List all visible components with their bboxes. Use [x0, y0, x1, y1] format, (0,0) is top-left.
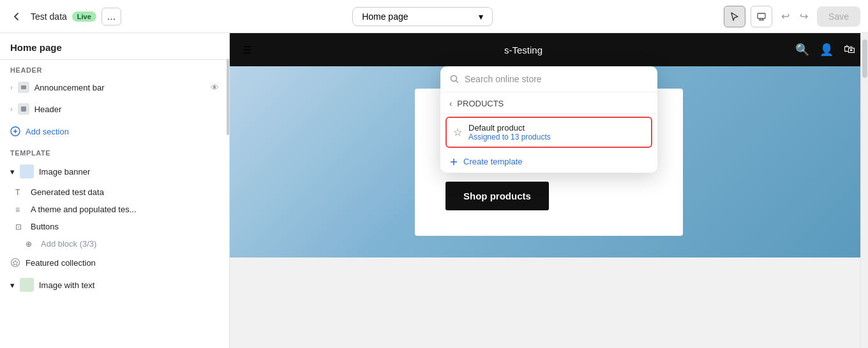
more-options-button[interactable]: ... — [101, 8, 121, 25]
dropdown-item-default-product[interactable]: ☆ Default product Assigned to 13 product… — [445, 117, 652, 148]
image-with-text-label: Image with text — [39, 280, 94, 290]
assigned-prefix: Assigned to — [468, 133, 511, 141]
top-bar: Test data Live ... Home page ▾ ↩ ↪ Save — [0, 0, 868, 33]
star-icon: ☆ — [453, 126, 462, 138]
sidebar-item-buttons[interactable]: ⊡ Buttons — [0, 218, 229, 235]
live-badge: Live — [72, 11, 96, 22]
sidebar: Home page HEADER › Announcement bar 👁 › … — [0, 33, 230, 348]
generated-test-data-label: Generated test data — [31, 187, 104, 197]
shop-products-button[interactable]: Shop products — [445, 182, 549, 210]
canvas-scrollbar-thumb[interactable] — [862, 40, 867, 78]
sidebar-item-theme-text[interactable]: ≡ A theme and populated tes... — [0, 201, 229, 218]
sidebar-title: Home page — [0, 33, 229, 60]
redo-button[interactable]: ↪ — [796, 8, 812, 25]
sidebar-item-announcement-bar[interactable]: › Announcement bar 👁 — [0, 76, 229, 98]
announcement-bar-label: Announcement bar — [34, 83, 105, 92]
page-dropdown-overlay: ‹ PRODUCTS ☆ Default product Assigned to… — [440, 66, 657, 173]
chevron-down-icon: ▾ — [10, 167, 15, 177]
store-navigation: ☰ s-Testing 🔍 👤 🛍 — [230, 33, 868, 66]
hamburger-icon: ☰ — [243, 44, 251, 56]
sidebar-item-generated-test-data[interactable]: T Generated test data — [0, 184, 229, 201]
search-nav-icon[interactable]: 🔍 — [795, 43, 809, 57]
undo-button[interactable]: ↩ — [777, 8, 793, 25]
sidebar-item-image-banner[interactable]: ▾ Image banner — [0, 159, 229, 184]
desktop-preview-button[interactable] — [751, 6, 772, 27]
back-button[interactable] — [8, 8, 26, 25]
announcement-bar-icon — [18, 82, 29, 93]
header-icon — [18, 103, 29, 115]
search-online-store-input[interactable] — [465, 74, 648, 84]
page-selector-label: Home page — [362, 11, 408, 22]
sidebar-item-add-block[interactable]: ⊕ Add block (3/3) — [0, 235, 229, 252]
default-product-sub: Assigned to 13 products — [468, 133, 551, 141]
chevron-down-icon: ▾ — [10, 280, 15, 290]
nav-icons: 🔍 👤 🛍 — [795, 43, 855, 57]
add-block-icon: ⊕ — [26, 240, 36, 249]
create-template-label: Create template — [463, 157, 523, 166]
default-product-info: Default product Assigned to 13 products — [468, 123, 551, 141]
user-nav-icon[interactable]: 👤 — [819, 43, 834, 57]
add-block-label: Add block (3/3) — [41, 239, 96, 249]
assigned-count: 13 — [511, 133, 519, 141]
canvas-area: ☰ s-Testing 🔍 👤 🛍 Generated test data A … — [230, 33, 868, 348]
store-brand-name: s-Testing — [504, 45, 542, 55]
top-bar-left: Test data Live ... — [8, 8, 121, 25]
assigned-suffix: products — [519, 133, 550, 141]
eye-icon[interactable]: 👁 — [211, 83, 219, 92]
default-product-name: Default product — [468, 123, 551, 133]
image-banner-thumbnail — [20, 164, 34, 178]
featured-collection-icon — [10, 257, 20, 268]
svg-rect-5 — [21, 106, 26, 112]
canvas-scrollbar — [860, 33, 868, 348]
chevron-right-icon: › — [10, 105, 13, 113]
plus-icon — [449, 157, 458, 166]
back-to-pages-icon[interactable]: ‹ — [449, 99, 452, 108]
svg-rect-0 — [758, 13, 765, 18]
save-button[interactable]: Save — [817, 6, 860, 27]
cart-nav-icon[interactable]: 🛍 — [844, 43, 855, 57]
header-section-label: HEADER — [0, 60, 229, 76]
chevron-down-icon: ▾ — [479, 11, 483, 22]
top-bar-center: Home page ▾ — [129, 7, 716, 26]
button-icon: ⊡ — [15, 222, 26, 231]
sidebar-item-image-with-text[interactable]: ▾ Image with text — [0, 273, 229, 297]
dropdown-products-header: ‹ PRODUCTS — [440, 92, 657, 114]
sidebar-item-header[interactable]: › Header — [0, 98, 229, 120]
products-section-label: PRODUCTS — [457, 99, 504, 108]
svg-line-11 — [456, 81, 458, 83]
paragraph-icon: ≡ — [15, 205, 26, 214]
text-icon: T — [15, 188, 26, 197]
create-template-button[interactable]: Create template — [440, 150, 657, 173]
featured-collection-label: Featured collection — [26, 258, 96, 268]
buttons-label: Buttons — [31, 222, 59, 231]
image-with-text-thumbnail — [20, 278, 34, 292]
top-bar-right: ↩ ↪ Save — [724, 6, 860, 27]
image-banner-label: Image banner — [39, 167, 90, 177]
dropdown-search-row — [440, 66, 657, 92]
undo-redo-group: ↩ ↪ — [777, 8, 812, 25]
store-name: Test data — [31, 11, 67, 22]
main-layout: Home page HEADER › Announcement bar 👁 › … — [0, 33, 868, 348]
add-section-label: Add section — [26, 127, 69, 136]
page-selector[interactable]: Home page ▾ — [352, 7, 493, 26]
cursor-tool-button[interactable] — [724, 6, 745, 27]
sidebar-scrollbar-thumb[interactable] — [227, 59, 229, 135]
dropdown-search-icon — [449, 74, 460, 84]
header-label: Header — [34, 105, 62, 114]
svg-rect-4 — [21, 85, 26, 89]
chevron-right-icon: › — [10, 83, 13, 91]
sidebar-item-featured-collection[interactable]: Featured collection — [0, 252, 229, 273]
template-section-label: TEMPLATE — [0, 143, 229, 159]
add-section-button[interactable]: Add section — [0, 120, 229, 143]
theme-text-label: A theme and populated tes... — [31, 205, 137, 214]
